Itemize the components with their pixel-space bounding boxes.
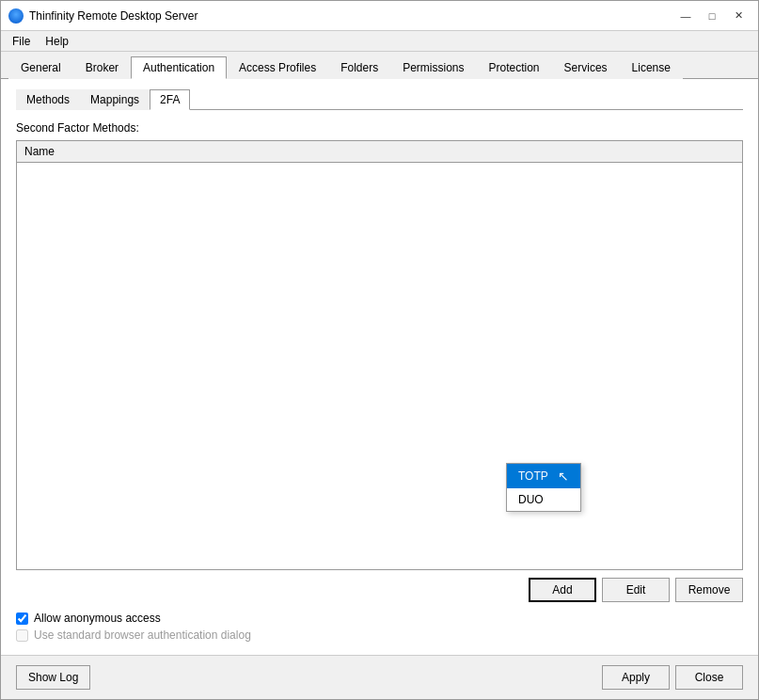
sub-tab-mappings[interactable]: Mappings [80,89,150,110]
standard-browser-row: Use standard browser authentication dial… [16,628,743,642]
dropdown-item-totp-label: TOTP [518,469,548,483]
table-body[interactable] [17,163,742,566]
dropdown-item-duo[interactable]: DUO [507,488,580,511]
edit-button[interactable]: Edit [602,578,670,602]
footer-right-buttons: Apply Close [602,665,743,690]
dropdown-item-duo-label: DUO [518,493,544,506]
window-title: Thinfinity Remote Desktop Server [29,9,198,23]
table-column-name: Name [17,141,742,163]
sub-tab-2fa[interactable]: 2FA [150,89,190,110]
checkboxes-section: Allow anonymous access Use standard brow… [16,612,743,645]
close-button[interactable]: Close [675,665,743,690]
menu-file[interactable]: File [5,33,38,50]
app-icon [8,8,24,24]
tab-permissions[interactable]: Permissions [390,56,476,79]
tab-general[interactable]: General [8,56,73,79]
main-tabs: General Broker Authentication Access Pro… [1,52,758,79]
add-dropdown: TOTP ↖ DUO [506,463,581,512]
footer: Show Log Apply Close [1,655,758,699]
minimize-button[interactable]: — [673,7,698,25]
remove-button[interactable]: Remove [675,578,743,602]
allow-anonymous-label[interactable]: Allow anonymous access [34,612,161,625]
allow-anonymous-checkbox[interactable] [16,612,28,625]
main-window: Thinfinity Remote Desktop Server — □ ✕ F… [0,0,759,700]
action-buttons-row: Add Edit Remove [16,578,743,602]
show-log-button[interactable]: Show Log [16,665,90,690]
second-factor-table: Name [16,140,743,570]
standard-browser-checkbox[interactable] [16,629,28,642]
tab-services[interactable]: Services [552,56,620,79]
dropdown-item-totp[interactable]: TOTP ↖ [507,464,580,488]
tab-license[interactable]: License [620,56,683,79]
menu-help[interactable]: Help [38,33,76,50]
tab-protection[interactable]: Protection [477,56,552,79]
title-bar-controls: — □ ✕ [673,7,751,25]
tab-authentication[interactable]: Authentication [131,56,227,79]
tab-folders[interactable]: Folders [328,56,390,79]
maximize-button[interactable]: □ [700,7,724,25]
tab-access-profiles[interactable]: Access Profiles [227,56,328,79]
title-bar-left: Thinfinity Remote Desktop Server [8,8,198,24]
apply-button[interactable]: Apply [602,665,670,690]
sub-tab-methods[interactable]: Methods [16,89,80,110]
standard-browser-label: Use standard browser authentication dial… [34,628,251,642]
content-area: Methods Mappings 2FA Second Factor Metho… [1,79,758,655]
section-label: Second Factor Methods: [16,121,743,135]
menu-bar: File Help [1,31,758,52]
allow-anonymous-row: Allow anonymous access [16,612,743,625]
sub-tabs: Methods Mappings 2FA [16,88,743,110]
add-button[interactable]: Add [529,578,596,602]
title-bar: Thinfinity Remote Desktop Server — □ ✕ [1,1,758,31]
tab-broker[interactable]: Broker [73,56,131,79]
close-window-button[interactable]: ✕ [726,7,751,25]
cursor-icon: ↖ [558,469,569,484]
